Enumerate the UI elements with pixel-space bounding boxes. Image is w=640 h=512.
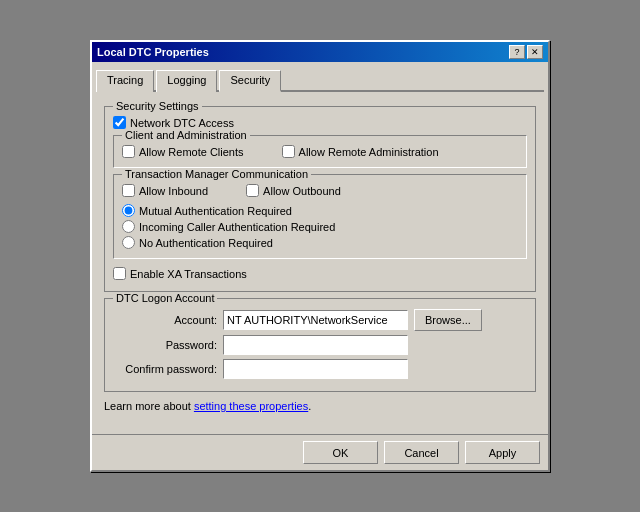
- dtc-logon-label: DTC Logon Account: [113, 292, 217, 304]
- apply-button[interactable]: Apply: [465, 441, 540, 464]
- no-auth-radio[interactable]: [122, 236, 135, 249]
- incoming-caller-radio[interactable]: [122, 220, 135, 233]
- allow-outbound-checkbox[interactable]: [246, 184, 259, 197]
- security-tab-content: Security Settings Network DTC Access Cli…: [96, 92, 544, 426]
- bottom-bar: OK Cancel Apply: [92, 434, 548, 470]
- enable-xa-checkbox[interactable]: [113, 267, 126, 280]
- allow-inbound-row: Allow Inbound: [122, 184, 208, 197]
- dtc-logon-group: DTC Logon Account Account: Browse... Pas…: [104, 298, 536, 392]
- allow-outbound-row: Allow Outbound: [246, 184, 341, 197]
- allow-remote-clients-row: Allow Remote Clients: [122, 145, 244, 158]
- learn-more-text: Learn more about: [104, 400, 194, 412]
- close-button[interactable]: ✕: [527, 45, 543, 59]
- txn-manager-group: Transaction Manager Communication Allow …: [113, 174, 527, 259]
- no-auth-label: No Authentication Required: [139, 237, 273, 249]
- tab-tracing[interactable]: Tracing: [96, 70, 154, 92]
- mutual-auth-label: Mutual Authentication Required: [139, 205, 292, 217]
- title-bar: Local DTC Properties ? ✕: [92, 42, 548, 62]
- main-window: Local DTC Properties ? ✕ Tracing Logging…: [90, 40, 550, 472]
- security-settings-label: Security Settings: [113, 100, 202, 112]
- client-admin-options: Allow Remote Clients Allow Remote Admini…: [122, 142, 518, 161]
- allow-inbound-checkbox[interactable]: [122, 184, 135, 197]
- password-input[interactable]: [223, 335, 408, 355]
- account-label: Account:: [113, 314, 223, 326]
- learn-more-end: .: [308, 400, 311, 412]
- browse-button[interactable]: Browse...: [414, 309, 482, 331]
- cancel-button[interactable]: Cancel: [384, 441, 459, 464]
- enable-xa-label: Enable XA Transactions: [130, 268, 247, 280]
- allow-remote-admin-checkbox[interactable]: [282, 145, 295, 158]
- allow-outbound-label: Allow Outbound: [263, 185, 341, 197]
- learn-more-row: Learn more about setting these propertie…: [104, 398, 536, 414]
- enable-xa-row: Enable XA Transactions: [113, 267, 527, 280]
- account-row: Account: Browse...: [113, 309, 527, 331]
- network-dtc-label: Network DTC Access: [130, 117, 234, 129]
- mutual-auth-radio[interactable]: [122, 204, 135, 217]
- account-input[interactable]: [223, 310, 408, 330]
- window-title: Local DTC Properties: [97, 46, 209, 58]
- confirm-password-label: Confirm password:: [113, 363, 223, 375]
- client-admin-group: Client and Administration Allow Remote C…: [113, 135, 527, 168]
- password-label: Password:: [113, 339, 223, 351]
- txn-manager-label: Transaction Manager Communication: [122, 168, 311, 180]
- mutual-auth-row: Mutual Authentication Required: [122, 204, 518, 217]
- allow-remote-admin-label: Allow Remote Administration: [299, 146, 439, 158]
- ok-button[interactable]: OK: [303, 441, 378, 464]
- tab-bar: Tracing Logging Security: [96, 66, 544, 92]
- incoming-caller-row: Incoming Caller Authentication Required: [122, 220, 518, 233]
- security-settings-group: Security Settings Network DTC Access Cli…: [104, 106, 536, 292]
- network-dtc-checkbox[interactable]: [113, 116, 126, 129]
- client-admin-label: Client and Administration: [122, 129, 250, 141]
- allow-inbound-label: Allow Inbound: [139, 185, 208, 197]
- no-auth-row: No Authentication Required: [122, 236, 518, 249]
- allow-remote-admin-row: Allow Remote Administration: [282, 145, 439, 158]
- network-dtc-row: Network DTC Access: [113, 116, 527, 129]
- allow-remote-clients-label: Allow Remote Clients: [139, 146, 244, 158]
- learn-more-link[interactable]: setting these properties: [194, 400, 308, 412]
- incoming-caller-label: Incoming Caller Authentication Required: [139, 221, 335, 233]
- allow-remote-clients-checkbox[interactable]: [122, 145, 135, 158]
- title-bar-buttons: ? ✕: [509, 45, 543, 59]
- window-content: Tracing Logging Security Security Settin…: [92, 62, 548, 430]
- confirm-password-input[interactable]: [223, 359, 408, 379]
- tab-logging[interactable]: Logging: [156, 70, 217, 92]
- confirm-password-row: Confirm password:: [113, 359, 527, 379]
- password-row: Password:: [113, 335, 527, 355]
- txn-inbound-outbound: Allow Inbound Allow Outbound: [122, 181, 518, 200]
- tab-security[interactable]: Security: [219, 70, 281, 92]
- help-button[interactable]: ?: [509, 45, 525, 59]
